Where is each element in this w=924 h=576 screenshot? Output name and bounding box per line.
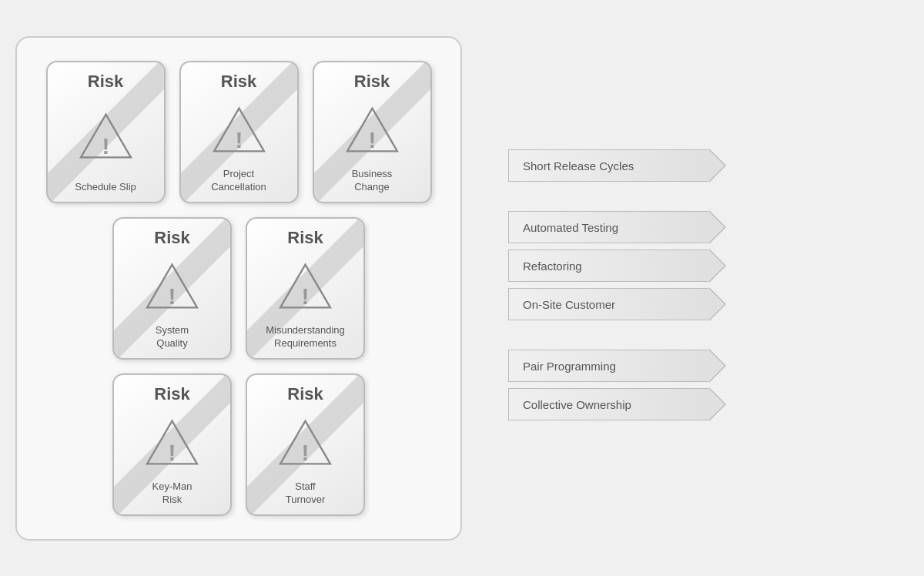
risk-card-name: System Quality xyxy=(151,324,193,358)
arrow-text: Collective Ownership xyxy=(523,398,631,411)
svg-text:!: ! xyxy=(169,439,176,464)
risk-card-project-cancellation: Risk ! Project Cancellation xyxy=(179,61,299,203)
risk-card-schedule-slip: Risk ! Schedule Slip xyxy=(46,61,166,203)
warning-icon: ! xyxy=(276,404,334,481)
arrow-item-short-release-cycles: Short Release Cycles xyxy=(508,149,739,182)
svg-text:!: ! xyxy=(102,133,109,159)
risk-label: Risk xyxy=(154,384,189,404)
arrow-text: Pair Programming xyxy=(523,360,616,373)
arrow-item-collective-ownership: Collective Ownership xyxy=(508,388,739,420)
risk-label: Risk xyxy=(154,228,189,248)
arrow-shape: On-Site Customer xyxy=(508,288,708,320)
warning-icon: ! xyxy=(343,92,401,168)
arrow-group-group-2: Automated TestingRefactoringOn-Site Cust… xyxy=(508,211,739,327)
risk-card-key-man-risk: Risk ! Key-Man Risk xyxy=(112,373,232,516)
arrow-shape: Short Release Cycles xyxy=(508,149,708,182)
risk-card-name: Misunderstanding Requirements xyxy=(261,324,350,358)
risk-card-system-quality: Risk ! System Quality xyxy=(112,217,232,360)
arrow-text: On-Site Customer xyxy=(523,298,615,311)
arrow-item-pair-programming: Pair Programming xyxy=(508,350,739,382)
arrow-group-group-3: Pair ProgrammingCollective Ownership xyxy=(508,350,739,427)
svg-text:!: ! xyxy=(368,126,376,152)
main-container: Risk ! Schedule SlipRisk ! Project Cance… xyxy=(15,36,909,541)
arrow-item-refactoring: Refactoring xyxy=(508,249,739,282)
arrow-shape: Automated Testing xyxy=(508,211,708,243)
risk-panel: Risk ! Schedule SlipRisk ! Project Cance… xyxy=(15,36,462,541)
arrow-shape: Collective Ownership xyxy=(508,388,708,420)
warning-icon: ! xyxy=(143,404,201,481)
warning-icon: ! xyxy=(276,248,334,324)
warning-icon: ! xyxy=(77,92,135,181)
arrow-text: Short Release Cycles xyxy=(523,159,634,172)
warning-icon: ! xyxy=(210,92,268,168)
risk-row: Risk ! Schedule SlipRisk ! Project Cance… xyxy=(36,61,441,203)
arrows-panel: Short Release CyclesAutomated TestingRef… xyxy=(508,149,739,427)
risk-label: Risk xyxy=(354,72,390,92)
risk-row: Risk ! System QualityRisk ! Misunderstan… xyxy=(36,217,441,360)
arrow-shape: Refactoring xyxy=(508,249,708,282)
risk-card-name: Schedule Slip xyxy=(70,181,141,202)
risk-card-name: Staff Turnover xyxy=(281,481,330,514)
arrow-item-automated-testing: Automated Testing xyxy=(508,211,739,243)
risk-label: Risk xyxy=(287,384,323,404)
arrow-text: Automated Testing xyxy=(523,221,618,234)
svg-text:!: ! xyxy=(169,283,176,308)
warning-icon: ! xyxy=(143,248,201,324)
svg-text:!: ! xyxy=(302,439,310,464)
svg-text:!: ! xyxy=(235,126,243,152)
risk-label: Risk xyxy=(221,72,256,92)
arrow-group-group-1: Short Release Cycles xyxy=(508,149,739,188)
risk-card-name: Business Change xyxy=(347,168,397,202)
arrow-text: Refactoring xyxy=(523,260,582,273)
arrow-shape: Pair Programming xyxy=(508,350,708,382)
svg-text:!: ! xyxy=(302,283,310,308)
risk-label: Risk xyxy=(88,72,123,92)
risk-card-business-change: Risk ! Business Change xyxy=(313,61,432,203)
risk-label: Risk xyxy=(287,228,323,248)
risk-row: Risk ! Key-Man RiskRisk ! Staff Turnover xyxy=(36,373,441,516)
arrow-item-on-site-customer: On-Site Customer xyxy=(508,288,739,320)
risk-card-name: Project Cancellation xyxy=(206,168,271,202)
risk-card-name: Key-Man Risk xyxy=(147,481,196,514)
risk-card-staff-turnover: Risk ! Staff Turnover xyxy=(246,373,365,516)
risk-card-misunderstanding-requirements: Risk ! Misunderstanding Requirements xyxy=(246,217,365,360)
